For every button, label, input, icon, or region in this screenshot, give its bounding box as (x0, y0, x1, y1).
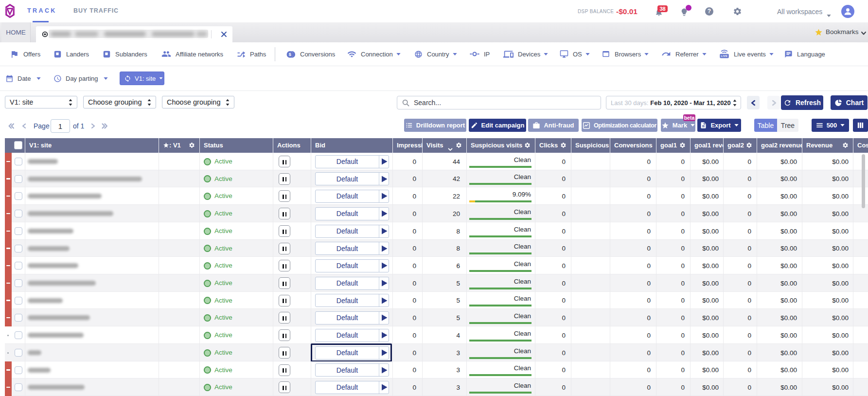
svg-text:$: $ (289, 52, 291, 57)
svg-text:LIVE: LIVE (721, 54, 728, 57)
